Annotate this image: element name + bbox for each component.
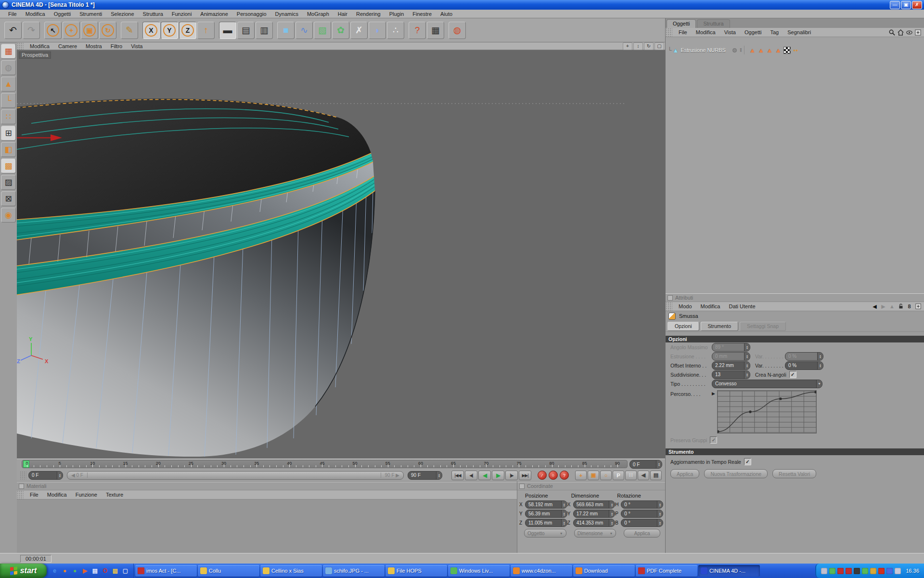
menu-animazione[interactable]: Animazione [196,11,232,17]
menu-strumenti[interactable]: Strumenti [75,11,106,17]
add-particles-icon[interactable]: ∴ [387,22,404,39]
resetta-valori-button[interactable]: Resetta Valori [772,469,816,478]
size-y-field[interactable]: 17.22 mm▲▼ [573,510,616,518]
attributes-title-bar[interactable]: Attributi [666,293,924,302]
selection-mode-icon[interactable]: ▩ [1,158,16,173]
texture-tag-icon[interactable] [783,47,791,54]
object-manager-menu-segnalibri[interactable]: Segnalibri [783,29,815,35]
position-y-field[interactable]: 56.39 mm▲▼ [525,510,567,518]
search-icon[interactable] [888,29,896,36]
polygons-mode-icon[interactable]: ◧ [1,142,16,157]
record-position-toggle[interactable]: + [575,471,587,480]
rotation-p-field[interactable]: 0 °▲▼ [621,510,663,518]
apply-coordinates-button[interactable]: Applica [624,529,660,538]
phong-tag-icon[interactable]: ▲ [749,47,756,54]
object-manager-menu-modifica[interactable]: Modifica [692,29,720,35]
rotate-icon[interactable]: ↻ [99,22,116,39]
view-name-label[interactable]: Prospettiva [19,52,51,59]
spinner-arrows-icon[interactable]: ▲▼ [561,510,567,517]
safely-remove-icon[interactable] [862,568,868,574]
start-button[interactable]: start [0,564,47,578]
visibility-toggle-icon[interactable] [732,48,737,53]
sound-toggle[interactable]: ◀ [638,471,649,480]
show-desktop-icon[interactable]: ▢ [121,567,129,575]
tool-section-header[interactable]: Strumento [666,448,924,455]
goto-start-button[interactable]: |◀◀ [451,471,464,480]
menu-hair[interactable]: Hair [334,11,352,17]
texture-mode-icon[interactable]: ▨ [1,175,16,190]
keyboard-icon[interactable] [854,568,860,574]
viewport-menu-modifica[interactable]: Modifica [26,43,54,49]
taskbar-task-schifo-jpg[interactable]: schifo.JPG - ... [323,565,385,577]
volume-icon[interactable] [895,568,901,574]
attr-tab-strumento[interactable]: Strumento [701,322,738,331]
add-panel-icon[interactable] [914,303,922,310]
materials-menu-modifica[interactable]: Modifica [43,492,71,498]
var2-field[interactable]: 0 %▲▼ [785,361,823,370]
spinner-arrows-icon[interactable]: ▲▼ [609,510,615,517]
attributes-menu-modifica[interactable]: Modifica [696,303,725,309]
object-manager-menu-oggetti[interactable]: Oggetti [740,29,766,35]
coordinates-title-bar[interactable]: Coordinate [517,482,665,490]
taskbar-task-windows-liv[interactable]: Windows Liv... [448,565,510,577]
taskbar-task-download[interactable]: Download [573,565,635,577]
materials-title-bar[interactable]: Materiali [17,482,517,490]
tab-struttura[interactable]: Struttura [697,19,730,28]
expand-arrow-icon[interactable]: ▶ [712,390,715,434]
offset-interno-field[interactable]: 2.22 mm▲▼ [712,361,750,370]
render-settings-icon[interactable]: ▥ [256,22,273,39]
messenger-tray-icon[interactable] [829,568,835,574]
object-manager-menu-tag[interactable]: Tag [766,29,783,35]
play-backward-button[interactable]: ◀ [478,471,491,480]
antivirus-icon[interactable] [878,568,885,574]
network-disconnected-icon[interactable] [837,568,844,574]
title-bar[interactable]: CINEMA 4D - [Senza Titolo 1 *] — ▣ ✗ [0,0,924,10]
taskbar-task-imos-act-c[interactable]: imos Act - [C... [135,565,197,577]
position-z-field[interactable]: 11.005 mm▲▼ [525,519,567,527]
record-pla-toggle[interactable]: ∷ [625,471,637,480]
taskbar-task-cinema-4d[interactable]: CINEMA 4D -... [698,565,760,577]
history-back-icon[interactable]: ◀ [871,303,879,310]
drag-grip-icon[interactable] [666,28,672,37]
coord-system-icon[interactable]: ↑ [197,22,215,39]
percorso-curve-graph[interactable] [717,390,817,434]
eye-icon[interactable] [905,29,913,36]
viewport-canvas[interactable]: Y Z X Prospettiva [17,50,665,459]
home-icon[interactable] [897,29,905,36]
attributes-menu-dati-utente[interactable]: Dati Utente [725,303,760,309]
smoothing-tag-icon[interactable]: ● ● [793,48,797,53]
phong-tag-icon[interactable]: ▲ [775,47,781,54]
materials-menu-file[interactable]: File [26,492,43,498]
add-hair-icon[interactable]: ◗ [369,22,386,39]
menu-dynamics[interactable]: Dynamics [271,11,303,17]
timeline-layout-button[interactable]: ▤ [650,471,662,480]
menu-aiuto[interactable]: Aiuto [436,11,457,17]
menu-funzioni[interactable]: Funzioni [167,11,196,17]
taskbar-task-pdf-complete[interactable]: PDF Complete [636,565,697,577]
end-frame-field[interactable]: 90 F▲▼ [408,471,442,480]
range-end-spinner[interactable]: 0 F▲▼ [629,460,662,469]
edges-mode-icon[interactable]: ⊞ [1,126,16,141]
size-mode-dropdown[interactable]: Dimensione▼ [574,529,616,538]
taskbar-clock[interactable]: 16.36 [906,568,919,574]
spinner-arrows-icon[interactable]: ▲▼ [609,501,615,508]
spinner-arrows-icon[interactable]: ▲▼ [609,519,615,526]
add-nurbs-icon[interactable]: ▧ [314,22,331,39]
options-section-header[interactable]: Opzioni [666,336,924,342]
lock-y-icon[interactable]: Y [161,22,178,39]
move-icon[interactable]: + [63,22,80,39]
spinner-arrows-icon[interactable]: ▲▼ [657,501,663,508]
rotation-h-field[interactable]: 0 °▲▼ [621,500,663,509]
menu-struttura[interactable]: Struttura [139,11,167,17]
attr-tab-opzioni[interactable]: Opzioni [667,322,699,331]
lock-z-icon[interactable]: Z [179,22,196,39]
menu-mograph[interactable]: MoGraph [303,11,334,17]
menu-finestre[interactable]: Finestre [408,11,436,17]
object-name[interactable]: Estrusione NURBS [680,47,726,53]
size-x-field[interactable]: 569.663 mm▲▼ [573,500,616,509]
add-deformer-icon[interactable]: ✗ [350,22,368,39]
layout-command-icon[interactable]: ▦ [427,22,444,39]
record-parameter-toggle[interactable]: P [613,471,624,480]
menu-selezione[interactable]: Selezione [106,11,138,17]
messenger-icon[interactable]: ● [71,567,79,575]
